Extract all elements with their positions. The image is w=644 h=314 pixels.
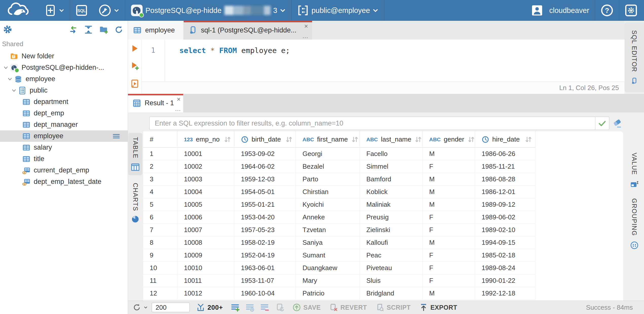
- data-cell[interactable]: F: [423, 160, 475, 173]
- data-cell[interactable]: Facello: [360, 148, 423, 160]
- tree-item-salary[interactable]: salary: [0, 142, 128, 153]
- data-cell[interactable]: 10003: [177, 173, 234, 186]
- data-cell[interactable]: Simmel: [360, 160, 423, 173]
- sidebar-settings-gear-icon[interactable]: [3, 25, 12, 34]
- tree-item-public[interactable]: public: [0, 85, 128, 96]
- connection-selector[interactable]: PostgreSQL@ep-hidde 3: [125, 0, 291, 21]
- execute-query-button[interactable]: [130, 44, 139, 53]
- tab-grouping-panel[interactable]: GROUPING: [624, 198, 644, 250]
- data-cell[interactable]: 1990-01-22: [475, 274, 535, 287]
- tab-value-panel[interactable]: VALUE: [624, 153, 644, 189]
- data-cell[interactable]: 10006: [177, 211, 234, 224]
- data-cell[interactable]: M: [423, 186, 475, 198]
- column-header-gender[interactable]: ABCgender: [423, 131, 475, 147]
- tree-item-employee[interactable]: employee: [0, 130, 128, 142]
- sort-arrows-icon[interactable]: [351, 135, 359, 144]
- revert-button[interactable]: REVERT: [329, 303, 367, 312]
- data-cell[interactable]: 1953-09-02: [234, 148, 296, 160]
- row-number-cell[interactable]: 4: [143, 186, 177, 198]
- data-cell[interactable]: 1959-12-03: [234, 173, 296, 186]
- delete-row-button[interactable]: [260, 303, 269, 312]
- data-cell[interactable]: 1986-06-26: [475, 148, 535, 160]
- close-icon[interactable]: ×: [304, 23, 308, 29]
- column-header-last_name[interactable]: ABClast_name: [360, 131, 423, 147]
- data-cell[interactable]: 1957-05-23: [234, 224, 296, 236]
- data-cell[interactable]: 10004: [177, 186, 234, 198]
- tree-item-department[interactable]: department: [0, 96, 128, 108]
- tree-item-dept_emp_latest_date[interactable]: dept_emp_latest_date: [0, 176, 128, 187]
- data-cell[interactable]: Sluis: [360, 274, 423, 287]
- sort-arrows-icon[interactable]: [223, 135, 232, 144]
- clear-filter-eraser-icon[interactable]: [612, 118, 622, 128]
- data-cell[interactable]: Maliniak: [360, 198, 423, 211]
- data-cell[interactable]: M: [423, 148, 475, 160]
- tree-item-dept_manager[interactable]: dept_manager: [0, 119, 128, 130]
- row-number-cell[interactable]: 9: [143, 249, 177, 262]
- row-number-cell[interactable]: 11: [143, 274, 177, 287]
- column-header-first_name[interactable]: ABCfirst_name: [296, 131, 360, 147]
- data-cell[interactable]: 1955-01-21: [234, 198, 296, 211]
- execute-query-new-tab-button[interactable]: [130, 61, 139, 71]
- sort-arrows-icon[interactable]: [414, 135, 422, 144]
- data-cell[interactable]: 1994-09-15: [475, 236, 535, 249]
- tab-table-view[interactable]: TABLE: [128, 133, 142, 175]
- data-cell[interactable]: 10005: [177, 198, 234, 211]
- data-cell[interactable]: F: [423, 262, 475, 274]
- data-cell[interactable]: 1953-04-20: [234, 211, 296, 224]
- data-cell[interactable]: Mary: [296, 274, 360, 287]
- data-cell[interactable]: 1952-04-19: [234, 249, 296, 262]
- refresh-result-button[interactable]: [132, 303, 148, 312]
- data-cell[interactable]: F: [423, 274, 475, 287]
- sort-arrows-icon[interactable]: [285, 135, 293, 144]
- chevron-down-icon[interactable]: [2, 64, 10, 71]
- filter-input[interactable]: [149, 117, 595, 130]
- row-number-cell[interactable]: 6: [143, 211, 177, 224]
- fetch-more-button[interactable]: 200+: [196, 303, 223, 312]
- data-cell[interactable]: 1989-09-12: [475, 198, 535, 211]
- sql-editor[interactable]: 1 select * FROM employee e;: [142, 40, 624, 81]
- data-cell[interactable]: Parto: [296, 173, 360, 186]
- help-button[interactable]: ?: [595, 0, 619, 21]
- settings-button[interactable]: [619, 0, 644, 21]
- tree-item-PostgreSQL@ep-hidden-...[interactable]: PostgreSQL@ep-hidden-...: [0, 62, 128, 73]
- data-cell[interactable]: Koblick: [360, 186, 423, 198]
- driver-manager-button[interactable]: [93, 0, 125, 21]
- data-cell[interactable]: 1960-10-04: [234, 287, 296, 300]
- tab-menu-icon[interactable]: …: [175, 106, 181, 112]
- add-row-button[interactable]: [231, 303, 240, 312]
- data-cell[interactable]: 10009: [177, 249, 234, 262]
- tree-item-dept_emp[interactable]: dept_emp: [0, 108, 128, 119]
- tab-charts-view[interactable]: CHARTS: [128, 179, 142, 227]
- data-cell[interactable]: 1953-11-07: [234, 274, 296, 287]
- tree-item-New folder[interactable]: New folder: [0, 50, 128, 62]
- collapse-all-icon[interactable]: [84, 25, 93, 34]
- column-header-hire_date[interactable]: hire_date: [475, 131, 535, 147]
- data-cell[interactable]: Tzvetan: [296, 224, 360, 236]
- apply-changes-button[interactable]: [276, 303, 285, 312]
- data-cell[interactable]: 1964-06-02: [234, 160, 296, 173]
- cloudbeaver-logo[interactable]: [0, 2, 40, 19]
- data-cell[interactable]: Chirstian: [296, 186, 360, 198]
- data-cell[interactable]: Sumant: [296, 249, 360, 262]
- column-header-birth_date[interactable]: birth_date: [234, 131, 296, 147]
- data-cell[interactable]: F: [423, 224, 475, 236]
- fetch-size-input[interactable]: [152, 303, 190, 312]
- new-object-button[interactable]: [40, 0, 70, 21]
- new-folder-icon[interactable]: [99, 25, 108, 34]
- data-cell[interactable]: M: [423, 173, 475, 186]
- refresh-icon[interactable]: [115, 25, 123, 34]
- row-number-cell[interactable]: 8: [143, 236, 177, 249]
- data-cell[interactable]: Saniya: [296, 236, 360, 249]
- sql-code-line[interactable]: select * FROM employee e;: [165, 40, 290, 81]
- data-cell[interactable]: 1989-06-02: [475, 211, 535, 224]
- save-button[interactable]: SAVE: [292, 303, 321, 312]
- row-number-cell[interactable]: 1: [143, 148, 177, 160]
- data-cell[interactable]: Georgi: [296, 148, 360, 160]
- data-cell[interactable]: M: [423, 287, 475, 300]
- tab-menu-icon[interactable]: …: [302, 33, 309, 39]
- tab-result-1[interactable]: Result - 1 × …: [128, 94, 183, 112]
- data-cell[interactable]: Preusig: [360, 211, 423, 224]
- column-header-emp_no[interactable]: 123emp_no: [177, 131, 234, 147]
- data-cell[interactable]: 1954-05-01: [234, 186, 296, 198]
- column-header-#[interactable]: #: [143, 131, 177, 147]
